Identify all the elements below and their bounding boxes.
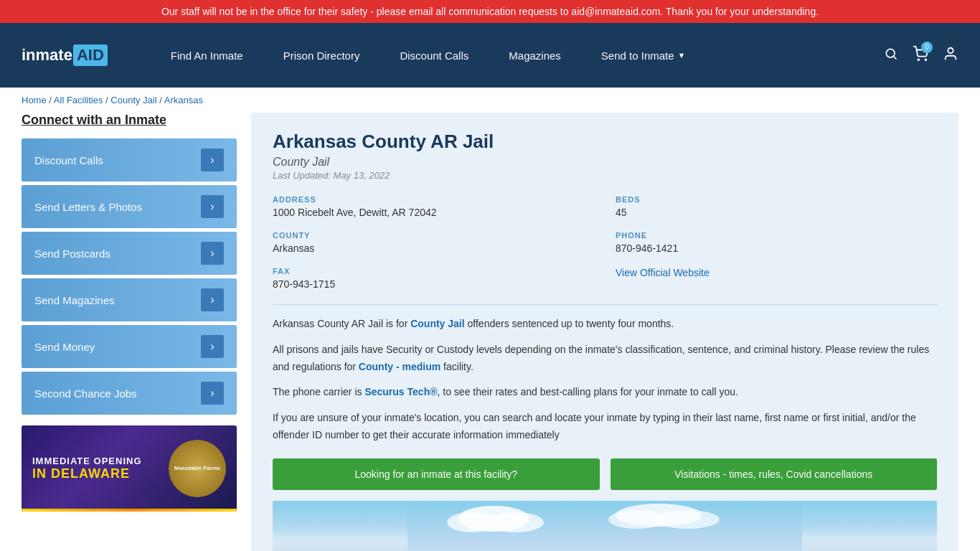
sidebar-btn-jobs[interactable]: Second Chance Jobs › — [22, 372, 237, 415]
county-jail-link[interactable]: County Jail — [410, 318, 464, 329]
facility-updated: Last Updated: May 13, 2022 — [273, 170, 937, 181]
breadcrumb: Home / All Facilities / County Jail / Ar… — [0, 88, 980, 113]
sidebar-btn-discount-calls[interactable]: Discount Calls › — [22, 138, 237, 182]
sidebar-title: Connect with an Inmate — [22, 113, 237, 128]
svg-point-4 — [948, 47, 953, 52]
header-icons: 0 — [884, 46, 958, 65]
svg-point-11 — [655, 510, 720, 529]
sidebar-btn-postcards[interactable]: Send Postcards › — [22, 232, 237, 275]
arrow-icon: › — [201, 335, 224, 358]
facility-title: Arkansas County AR Jail — [273, 131, 937, 153]
address-label: ADDRESS — [273, 195, 594, 204]
fax-value: 870-943-1715 — [273, 278, 594, 290]
nav-prison-directory[interactable]: Prison Directory — [263, 50, 380, 62]
nav-discount-calls[interactable]: Discount Calls — [380, 50, 489, 62]
nav-magazines[interactable]: Magazines — [489, 50, 581, 62]
breadcrumb-arkansas[interactable]: Arkansas — [164, 95, 203, 105]
site-logo[interactable]: inmateAID — [22, 44, 108, 66]
find-inmate-btn[interactable]: Looking for an inmate at this facility? — [273, 458, 600, 490]
breadcrumb-county-jail[interactable]: County Jail — [110, 95, 156, 105]
facility-type: County Jail — [273, 156, 937, 169]
description-p1: Arkansas County AR Jail is for County Ja… — [273, 316, 937, 333]
svg-point-2 — [918, 59, 919, 60]
county-label: COUNTY — [273, 231, 594, 240]
ad-stripe — [22, 509, 237, 512]
nav-send-to-inmate[interactable]: Send to Inmate ▼ — [581, 50, 706, 62]
breadcrumb-all-facilities[interactable]: All Facilities — [54, 95, 103, 105]
phone-label: PHONE — [616, 231, 937, 240]
ad-line1: IMMEDIATE OPENING — [32, 456, 142, 466]
county-block: COUNTY Arkansas — [273, 231, 594, 254]
beds-label: BEDS — [616, 195, 937, 204]
search-icon[interactable] — [884, 47, 898, 65]
breadcrumb-home[interactable]: Home — [22, 95, 47, 105]
securus-link[interactable]: Securus Tech® — [364, 386, 437, 397]
facility-content: Arkansas County AR Jail County Jail Last… — [251, 113, 958, 551]
arrow-icon: › — [201, 382, 224, 405]
description-p3: The phone carrier is Securus Tech®, to s… — [273, 384, 937, 401]
address-value: 1000 Ricebelt Ave, Dewitt, AR 72042 — [273, 207, 594, 218]
sidebar: Connect with an Inmate Discount Calls › … — [22, 113, 237, 551]
cart-badge: 0 — [921, 42, 933, 53]
official-website-link[interactable]: View Official Website — [616, 267, 710, 278]
beds-block: BEDS 45 — [616, 195, 937, 218]
arrow-icon: › — [201, 195, 224, 218]
site-header: inmateAID Find An Inmate Prison Director… — [0, 23, 980, 88]
description-p2: All prisons and jails have Security or C… — [273, 342, 937, 376]
ad-line2: IN DELAWARE — [32, 466, 130, 481]
visitation-btn[interactable]: Visitations - times, rules, Covid cancel… — [611, 458, 938, 490]
sidebar-btn-letters[interactable]: Send Letters & Photos › — [22, 185, 237, 228]
facility-info-grid: ADDRESS 1000 Ricebelt Ave, Dewitt, AR 72… — [273, 195, 937, 290]
sidebar-advertisement[interactable]: IMMEDIATE OPENING IN DELAWARE Mountaire … — [22, 425, 237, 512]
address-block: ADDRESS 1000 Ricebelt Ave, Dewitt, AR 72… — [273, 195, 594, 218]
fax-block: FAX 870-943-1715 — [273, 267, 594, 290]
arrow-icon: › — [201, 288, 224, 311]
action-buttons: Looking for an inmate at this facility? … — [273, 458, 937, 490]
beds-value: 45 — [616, 207, 937, 218]
chevron-down-icon: ▼ — [678, 51, 686, 60]
arrow-icon: › — [201, 242, 224, 265]
user-icon[interactable] — [943, 46, 958, 65]
phone-block: PHONE 870-946-1421 — [616, 231, 937, 254]
county-value: Arkansas — [273, 242, 594, 254]
main-nav: Find An Inmate Prison Directory Discount… — [151, 50, 884, 62]
fax-label: FAX — [273, 267, 594, 276]
facility-description: Arkansas County AR Jail is for County Ja… — [273, 316, 937, 444]
arrow-icon: › — [201, 149, 224, 171]
sidebar-btn-magazines[interactable]: Send Magazines › — [22, 278, 237, 321]
svg-point-8 — [486, 512, 544, 532]
svg-line-1 — [894, 56, 897, 59]
facility-image — [273, 501, 937, 551]
sidebar-btn-send-money[interactable]: Send Money › — [22, 325, 237, 368]
description-p4: If you are unsure of your inmate's locat… — [273, 410, 937, 444]
phone-value: 870-946-1421 — [616, 242, 937, 254]
cart-icon[interactable]: 0 — [913, 46, 928, 65]
svg-point-3 — [925, 59, 926, 60]
announcement-banner: Our staff will not be in the office for … — [0, 0, 980, 23]
county-medium-link[interactable]: County - medium — [359, 361, 440, 372]
main-content: Connect with an Inmate Discount Calls › … — [0, 113, 980, 551]
content-divider — [273, 304, 937, 305]
website-block: View Official Website — [616, 267, 937, 290]
ad-logo: Mountaire Farms — [169, 440, 226, 497]
nav-find-inmate[interactable]: Find An Inmate — [151, 50, 263, 62]
svg-point-0 — [886, 49, 895, 57]
